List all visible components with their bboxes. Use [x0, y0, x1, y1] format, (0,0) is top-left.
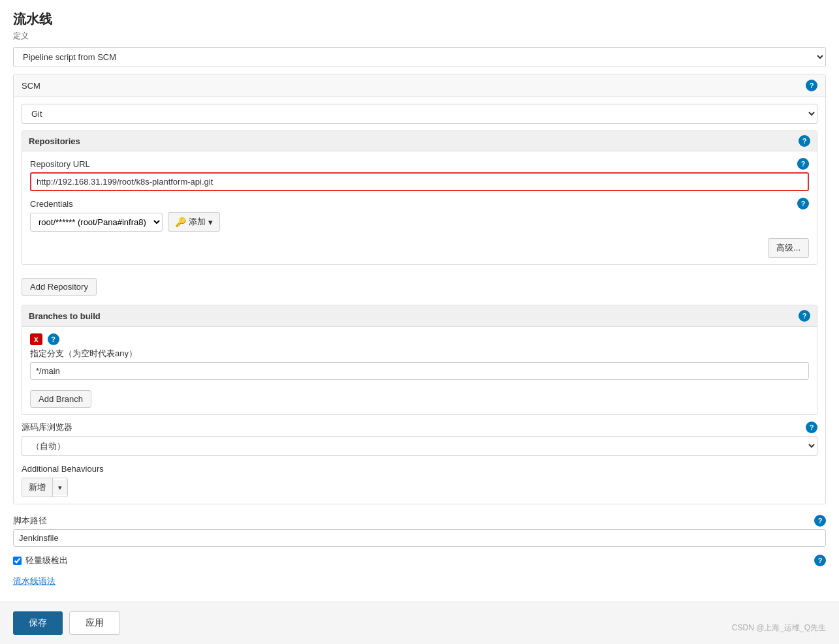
- add-repository-button[interactable]: Add Repository: [22, 278, 97, 296]
- advanced-btn-row: 高级...: [30, 238, 809, 258]
- page-wrapper: 流水线 定义 Pipeline script from SCM SCM ? Gi…: [0, 0, 839, 644]
- add-behaviour-button[interactable]: 新增: [22, 478, 53, 497]
- credentials-label-row: Credentials ?: [30, 198, 809, 209]
- add-credentials-label: 添加: [189, 216, 206, 228]
- repositories-subsection: Repositories ? Repository URL ?: [22, 130, 817, 265]
- repositories-header: Repositories ?: [22, 131, 817, 151]
- lightweight-row: 轻量级检出 ?: [13, 555, 826, 566]
- lightweight-checkbox[interactable]: [13, 557, 22, 565]
- lightweight-label: 轻量级检出: [25, 555, 68, 566]
- script-path-section: 脚本路径 ?: [13, 515, 826, 547]
- source-browser-row: 源码库浏览器 ?: [22, 422, 817, 433]
- lightweight-help-icon[interactable]: ?: [814, 555, 826, 566]
- credentials-row: root/****** (root/Pana#infra8) 🔑 添加 ▾: [30, 212, 809, 232]
- branch-label-row: 指定分支（为空时代表any）: [30, 348, 809, 360]
- repo-url-label: Repository URL: [30, 159, 90, 169]
- behaviours-label: Additional Behaviours: [22, 464, 817, 474]
- advanced-button[interactable]: 高级...: [768, 238, 809, 258]
- branch-item-help-icon[interactable]: ?: [48, 333, 59, 345]
- add-cred-arrow-icon: ▾: [208, 217, 213, 227]
- credentials-label: Credentials: [30, 199, 73, 209]
- repositories-label: Repositories: [29, 136, 80, 146]
- credentials-help-icon[interactable]: ?: [797, 198, 809, 209]
- script-path-label: 脚本路径: [13, 515, 47, 527]
- watermark: CSDN @上海_运维_Q先生: [732, 622, 826, 634]
- repo-url-help-icon[interactable]: ?: [797, 158, 809, 170]
- scm-body: Git Repositories ? Repository URL ?: [14, 97, 825, 504]
- script-path-input[interactable]: [13, 529, 826, 547]
- script-path-label-row: 脚本路径 ?: [13, 515, 826, 527]
- script-path-help-icon[interactable]: ?: [814, 515, 826, 527]
- repo-url-label-row: Repository URL ?: [30, 158, 809, 170]
- source-browser-help-icon[interactable]: ?: [806, 422, 817, 433]
- credentials-field: Credentials ? root/****** (root/Pana#inf…: [30, 198, 809, 232]
- add-credentials-button[interactable]: 🔑 添加 ▾: [168, 212, 220, 232]
- key-icon: 🔑: [175, 217, 186, 227]
- bottom-bar: 保存 应用: [0, 602, 839, 644]
- pipeline-syntax-link[interactable]: 流水线语法: [13, 575, 826, 587]
- save-button[interactable]: 保存: [13, 611, 63, 635]
- repo-url-field: Repository URL ?: [30, 158, 809, 191]
- page-title: 流水线: [13, 10, 826, 28]
- branches-label: Branches to build: [29, 311, 101, 321]
- repo-url-input[interactable]: [30, 172, 809, 191]
- credentials-select[interactable]: root/****** (root/Pana#infra8): [30, 213, 163, 232]
- branches-help-icon[interactable]: ?: [799, 310, 810, 322]
- repositories-body: Repository URL ? Credentials ?: [22, 151, 817, 264]
- behaviours-section: Additional Behaviours 新增 ▾: [22, 464, 817, 497]
- apply-button[interactable]: 应用: [69, 611, 120, 635]
- scm-help-icon[interactable]: ?: [806, 80, 817, 91]
- branches-body: x ? 指定分支（为空时代表any） Add Branch: [22, 327, 817, 414]
- definition-label: 定义: [13, 31, 826, 42]
- add-branch-button[interactable]: Add Branch: [30, 390, 91, 408]
- add-behaviour-dropdown: 新增 ▾: [22, 478, 68, 497]
- branch-item: x ? 指定分支（为空时代表any）: [30, 333, 809, 380]
- add-behaviour-arrow-button[interactable]: ▾: [53, 480, 67, 495]
- branches-section: Branches to build ? x ? 指定分支（为空时代表a: [22, 305, 817, 415]
- scm-header: SCM ?: [14, 74, 825, 97]
- branch-item-header: x ?: [30, 333, 809, 345]
- branches-header: Branches to build ?: [22, 305, 817, 327]
- scm-label: SCM: [22, 81, 40, 91]
- repositories-help-icon[interactable]: ?: [799, 135, 810, 147]
- source-browser-select[interactable]: （自动）: [22, 436, 817, 456]
- branch-input[interactable]: [30, 362, 809, 380]
- definition-select[interactable]: Pipeline script from SCM: [13, 47, 826, 67]
- delete-branch-button[interactable]: x: [30, 333, 42, 345]
- git-select[interactable]: Git: [22, 104, 817, 124]
- source-browser-label: 源码库浏览器: [22, 422, 72, 433]
- scm-section: SCM ? Git Repositories ? Repository URL: [13, 74, 826, 504]
- branch-label: 指定分支（为空时代表any）: [30, 348, 137, 360]
